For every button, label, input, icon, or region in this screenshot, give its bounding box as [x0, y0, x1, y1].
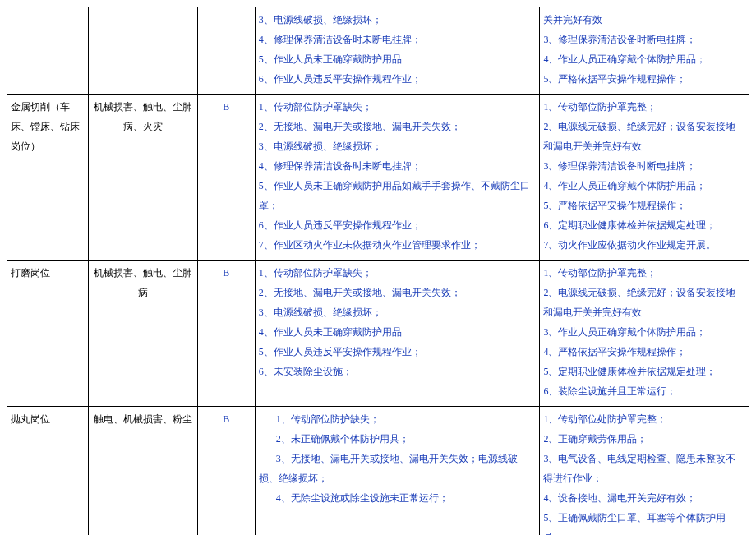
measure-line: 关并完好有效 [543, 10, 745, 30]
measure-line: 6、定期职业健康体检并依据规定处理； [543, 215, 745, 235]
hazard-line: 6、作业人员违反平安操作规程作业； [259, 69, 537, 89]
cell-type: 机械损害、触电、尘肺病、火灾 [88, 95, 197, 261]
cell-post: 打磨岗位 [7, 261, 89, 407]
hazard-line: 2、未正确佩戴个体防护用具； [259, 429, 537, 449]
table-row: 金属切削（车床、镗床、钻床岗位） 机械损害、触电、尘肺病、火灾 B 1、传动部位… [7, 95, 749, 261]
measure-line: 7、动火作业应依据动火作业规定开展。 [543, 235, 745, 255]
hazard-line: 2、无接地、漏电开关或接地、漏电开关失效； [259, 283, 537, 302]
hazard-line: 3、电源线破损、绝缘损坏； [259, 136, 537, 156]
cell-type: 触电、机械损害、粉尘 [88, 407, 197, 536]
cell-measures: 1、传动部位防护罩完整； 2、电源线无破损、绝缘完好；设备安装接地和漏电开关并完… [540, 95, 749, 261]
hazard-line: 1、传动部位防护罩缺失； [259, 97, 537, 117]
hazard-line: 6、作业人员违反平安操作规程作业； [259, 215, 537, 235]
measure-line: 3、作业人员正确穿戴个体防护用品； [543, 322, 745, 342]
cell-hazards: 3、电源线破损、绝缘损坏； 4、修理保养清洁设备时未断电挂牌； 5、作业人员未正… [255, 7, 540, 95]
measure-line: 3、电气设备、电线定期检查、隐患未整改不得进行作业； [543, 449, 745, 488]
cell-hazards: 1、传动部位防护缺失； 2、未正确佩戴个体防护用具； 3、无接地、漏电开关或接地… [255, 407, 540, 536]
measure-line: 4、设备接地、漏电开关完好有效； [543, 488, 745, 508]
measure-line: 6、装除尘设施并且正常运行； [543, 381, 745, 401]
cell-measures: 1、传动部位处防护罩完整； 2、正确穿戴劳保用品； 3、电气设备、电线定期检查、… [540, 407, 749, 536]
hazard-line: 5、作业人员违反平安操作规程作业； [259, 342, 537, 362]
cell-post [7, 7, 89, 95]
cell-level [197, 7, 255, 95]
measure-line: 5、严格依据平安操作规程操作； [543, 69, 745, 89]
measure-line: 5、定期职业健康体检并依据规定处理； [543, 362, 745, 381]
measure-line: 3、修理保养清洁设备时断电挂牌； [543, 30, 745, 49]
cell-level: B [197, 261, 255, 407]
cell-hazards: 1、传动部位防护罩缺失； 2、无接地、漏电开关或接地、漏电开关失效； 3、电源线… [255, 95, 540, 261]
measure-line: 4、作业人员正确穿戴个体防护用品； [543, 49, 745, 69]
cell-post: 金属切削（车床、镗床、钻床岗位） [7, 95, 89, 261]
measure-line: 2、正确穿戴劳保用品； [543, 429, 745, 449]
table-row: 抛丸岗位 触电、机械损害、粉尘 B 1、传动部位防护缺失； 2、未正确佩戴个体防… [7, 407, 749, 536]
table-row: 3、电源线破损、绝缘损坏； 4、修理保养清洁设备时未断电挂牌； 5、作业人员未正… [7, 7, 749, 95]
cell-type: 机械损害、触电、尘肺病 [88, 261, 197, 407]
measure-line: 1、传动部位防护罩完整； [543, 97, 745, 117]
measure-line: 4、作业人员正确穿戴个体防护用品； [543, 176, 745, 196]
hazard-line: 4、修理保养清洁设备时未断电挂牌； [259, 30, 537, 49]
table-row: 打磨岗位 机械损害、触电、尘肺病 B 1、传动部位防护罩缺失； 2、无接地、漏电… [7, 261, 749, 407]
hazard-table: 3、电源线破损、绝缘损坏； 4、修理保养清洁设备时未断电挂牌； 5、作业人员未正… [7, 7, 749, 535]
measure-line: 2、电源线无破损、绝缘完好；设备安装接地和漏电开关并完好有效 [543, 283, 745, 322]
measure-line: 1、传动部位防护罩完整； [543, 263, 745, 283]
hazard-line: 1、传动部位防护罩缺失； [259, 263, 537, 283]
measure-line: 5、严格依据平安操作规程操作； [543, 196, 745, 215]
hazard-line: 1、传动部位防护缺失； [259, 409, 537, 429]
hazard-line: 6、未安装除尘设施； [259, 362, 537, 381]
cell-hazards: 1、传动部位防护罩缺失； 2、无接地、漏电开关或接地、漏电开关失效； 3、电源线… [255, 261, 540, 407]
cell-measures: 1、传动部位防护罩完整； 2、电源线无破损、绝缘完好；设备安装接地和漏电开关并完… [540, 261, 749, 407]
measure-line: 2、电源线无破损、绝缘完好；设备安装接地和漏电开关并完好有效 [543, 117, 745, 156]
cell-post: 抛丸岗位 [7, 407, 89, 536]
hazard-line: 4、作业人员未正确穿戴防护用品 [259, 322, 537, 342]
cell-level: B [197, 95, 255, 261]
hazard-line: 5、作业人员未正确穿戴防护用品如戴手手套操作、不戴防尘口罩； [259, 176, 537, 215]
hazard-line: 3、无接地、漏电开关或接地、漏电开关失效；电源线破损、绝缘损坏； [259, 449, 537, 488]
measure-line: 5、正确佩戴防尘口罩、耳塞等个体防护用具； [543, 508, 745, 535]
hazard-line: 4、修理保养清洁设备时未断电挂牌； [259, 156, 537, 176]
hazard-line: 3、电源线破损、绝缘损坏； [259, 10, 537, 30]
cell-type [88, 7, 197, 95]
hazard-line: 7、作业区动火作业未依据动火作业管理要求作业； [259, 235, 537, 255]
hazard-line: 4、无除尘设施或除尘设施未正常运行； [259, 488, 537, 508]
hazard-line: 3、电源线破损、绝缘损坏； [259, 302, 537, 322]
measure-line: 1、传动部位处防护罩完整； [543, 409, 745, 429]
hazard-line: 5、作业人员未正确穿戴防护用品 [259, 49, 537, 69]
cell-measures: 关并完好有效 3、修理保养清洁设备时断电挂牌； 4、作业人员正确穿戴个体防护用品… [540, 7, 749, 95]
cell-level: B [197, 407, 255, 536]
measure-line: 3、修理保养清洁设备时断电挂牌； [543, 156, 745, 176]
measure-line: 4、严格依据平安操作规程操作； [543, 342, 745, 362]
hazard-line: 2、无接地、漏电开关或接地、漏电开关失效； [259, 117, 537, 136]
